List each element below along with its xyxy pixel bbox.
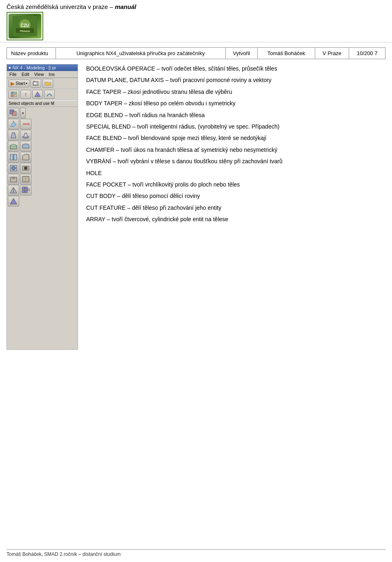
shape-icon [34,91,41,97]
face-blend-icon[interactable] [8,152,19,162]
array-icon[interactable] [20,185,31,195]
nx-icons-panel: ▾ [7,107,78,349]
content-line-10: FACE POCKET – tvoří vrchlíkovitý prolis … [86,180,385,189]
svg-rect-41 [27,189,29,191]
icon-row-8 [8,185,77,195]
toolbar-btn-2[interactable] [42,79,53,88]
svg-marker-42 [10,198,17,204]
edge-blend-icon[interactable] [8,141,19,151]
chamfer-icon[interactable] [20,152,31,162]
main-content: ■ NX 4 - Modeling - [i.pr File Edit View… [7,64,385,350]
svg-rect-38 [25,187,27,189]
author-name: Tomáš Boháček [258,48,315,59]
nx-menubar: File Edit View Ins [7,71,78,78]
triangle-icon[interactable] [8,196,19,207]
toolbar-btn-3[interactable] [9,90,19,99]
svg-rect-39 [22,190,24,193]
vyb-icon[interactable] [8,163,19,173]
icon-row-1: ▾ [8,108,77,118]
hole-icon[interactable] [20,163,31,173]
start-button[interactable]: ▶ Start ▾ [9,80,29,87]
menu-ins[interactable]: Ins [48,71,56,77]
curve-icon [46,91,53,97]
content-line-8: VYBRÁNÍ – tvoří vybrání v tělese s danou… [86,157,385,166]
svg-point-30 [24,167,27,170]
content-line-5: SPECIAL BLEND – tvoří inteligentní rádiu… [86,122,385,131]
icon-row-3 [8,130,77,140]
icon-row-2 [8,119,77,129]
nx-titlebar: ■ NX 4 - Modeling - [i.pr [7,64,78,71]
svg-rect-40 [25,190,27,193]
menu-edit[interactable]: Edit [21,71,30,77]
svg-marker-21 [24,133,28,137]
svg-rect-37 [22,187,24,189]
svg-rect-23 [10,154,13,160]
body-taper-icon[interactable] [20,130,31,140]
product-name: Unigraphics NX4_uživatelská příručka pro… [56,48,226,59]
svg-marker-15 [11,122,16,127]
place-label: V Praze [315,48,349,59]
right-content: BOOLEOVSKÁ OPERACE – tvoří odečet těles,… [78,64,385,350]
nx-status-bar: Select objects and use M [7,100,78,107]
boolean-icon[interactable] [8,108,19,118]
svg-text:ČZU: ČZU [21,23,29,28]
svg-marker-18 [29,123,30,125]
svg-marker-12 [35,92,40,97]
content-line-13: ARRAY – tvoří čtvercové, cylindrické pol… [86,215,385,224]
toolbar-btn-6[interactable] [44,90,55,99]
face-taper-icon[interactable] [8,130,19,140]
folder-icon [45,80,51,86]
datum-plane-icon[interactable] [8,119,19,129]
svg-marker-19 [11,133,16,138]
nx-toolbar-row-2: ↑ [7,89,78,100]
university-title: Česká zemědělská univerzita v praze – ma… [7,3,385,10]
menu-file[interactable]: File [9,71,18,77]
logo-area: ČZU PRAHA [7,12,385,40]
svg-rect-8 [11,92,13,94]
nx-toolbar-row-1: ▶ Start ▾ [7,78,78,89]
svg-rect-10 [11,95,13,97]
pocket-icon[interactable] [8,174,19,184]
svg-point-28 [11,167,16,170]
svg-rect-24 [14,154,17,160]
svg-rect-6 [33,81,35,82]
content-line-11: CUT BODY – dělí těleso pomocí dělicí rov… [86,191,385,200]
page-number: 10/200 7 [349,48,385,59]
icon-row-7 [8,174,77,184]
svg-rect-22 [10,146,17,149]
datum-axis-icon[interactable] [20,119,31,129]
logo-icon: ČZU PRAHA [13,16,37,36]
toolbar-btn-1[interactable] [31,79,41,88]
icon-row-5 [8,152,77,162]
svg-rect-7 [33,82,37,84]
page-header: Česká zemědělská univerzita v praze – ma… [0,0,392,42]
created-label: Vytvořil [225,48,257,59]
toolbar-btn-5[interactable] [32,90,43,99]
cut-feature-icon[interactable] [8,185,19,195]
content-line-12: CUT FEATURE – dělí těleso při zachování … [86,203,385,212]
svg-rect-14 [12,111,16,116]
footer-text: Tomáš Boháček, SMAD 2.ročník – distanční… [7,551,120,557]
content-line-0: BOOLEOVSKÁ OPERACE – tvoří odečet těles,… [86,64,385,73]
grid-icon [11,91,17,97]
svg-rect-33 [22,176,29,182]
cut-body-icon[interactable] [20,174,31,184]
university-logo: ČZU PRAHA [7,12,43,40]
content-line-6: FACE BLEND – tvoří blendované spoje mezi… [86,133,385,142]
content-line-1: DATUM PLANE, DATUM AXIS – tvoří pracovní… [86,76,385,84]
nx-window-title: NX 4 - Modeling - [i.pr [12,65,56,70]
info-table: Název produktu Unigraphics NX4_uživatels… [7,47,385,59]
page-footer: Tomáš Boháček, SMAD 2.ročník – distanční… [7,549,385,557]
content-line-3: BODY TAPER – zkosí těleso po celém obvod… [86,99,385,108]
menu-view[interactable]: View [33,71,45,77]
content-line-2: FACE TAPER – zkosí jednotlivou stranu tě… [86,87,385,96]
nx-sidebar: ■ NX 4 - Modeling - [i.pr File Edit View… [7,64,78,350]
icon-row-9 [8,196,77,207]
boolean-dropdown[interactable]: ▾ [20,108,26,118]
content-line-7: CHAMFER – tvoří úkos na hranách tělesa a… [86,145,385,154]
icon-row-4 [8,141,77,151]
icon-row-6 [8,163,77,173]
toolbar-btn-4[interactable]: ↑ [20,90,31,99]
svg-rect-11 [14,95,17,97]
special-blend-icon[interactable] [20,141,31,151]
